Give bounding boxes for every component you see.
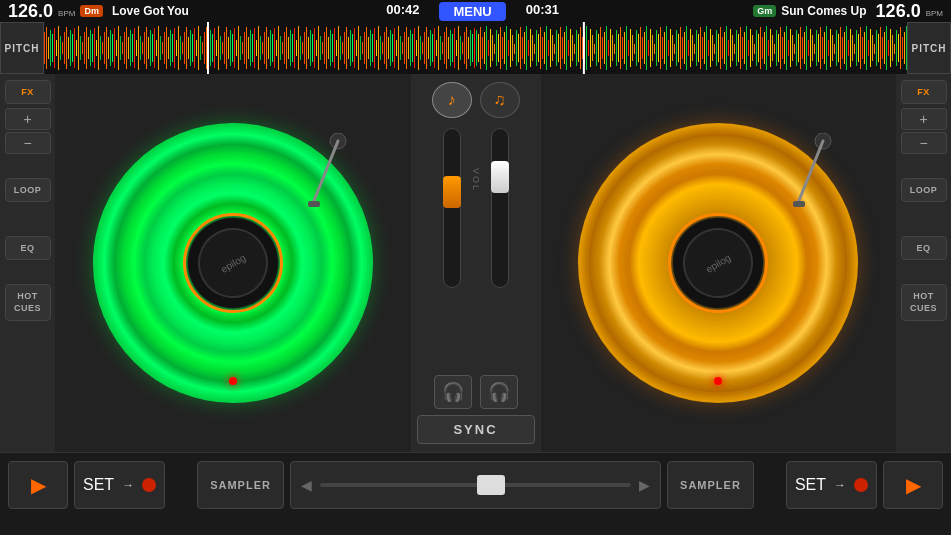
left-arrow-icon: → [122,478,134,492]
right-turntable-container[interactable]: epilog [578,123,858,403]
left-minus-btn[interactable]: − [5,132,51,154]
right-play-button[interactable]: ▶ [883,461,943,509]
right-sidebar: FX + − LOOP EQ HOT CUES [896,74,951,452]
right-set-dot [854,478,868,492]
right-plus-minus: + − [901,108,947,154]
left-deck-icon[interactable]: ♪ [432,82,472,118]
left-loop-button[interactable]: LOOP [5,178,51,202]
right-channel-fader[interactable] [491,128,509,288]
left-hotcues-button[interactable]: HOT CUES [5,284,51,321]
vol-label: VOL [471,168,481,192]
left-channel-fader[interactable] [443,128,461,288]
right-set-group[interactable]: SET → [786,461,877,509]
svg-rect-10 [44,22,476,74]
vol-label-col: VOL [471,128,481,192]
right-deck: epilog [541,74,897,452]
left-plus-minus: + − [5,108,51,154]
right-set-label: SET [795,476,826,494]
top-bar: 126.0 BPM Dm Love Got You 00:42 MENU 00:… [0,0,951,22]
left-time: 00:42 [386,2,419,21]
crossfader-thumb[interactable] [477,475,505,495]
crossfader-track [320,483,631,487]
left-bpm: 126.0 [8,2,53,20]
left-set-dot [142,478,156,492]
left-set-group[interactable]: SET → [74,461,165,509]
left-headphone-btn[interactable]: 🎧 [434,375,472,409]
headphone-row: 🎧 🎧 [434,375,518,409]
right-eq-button[interactable]: EQ [901,236,947,260]
left-eq-button[interactable]: EQ [5,236,51,260]
menu-button[interactable]: MENU [439,2,505,21]
cf-left-arrow[interactable]: ◀ [301,477,312,493]
deck-area: FX + − LOOP EQ HOT CUES [0,74,951,452]
right-time: 00:31 [526,2,559,21]
left-fader-col [443,128,461,288]
right-plus-btn[interactable]: + [901,108,947,130]
deck-icons: ♪ ♫ [432,82,520,118]
right-fader-thumb[interactable] [491,161,509,193]
faders-row: VOL [443,128,509,369]
right-turntable-label: epilog [673,218,763,308]
right-bpm: 126.0 [876,2,921,20]
right-waveform [476,22,908,74]
right-headphone-btn[interactable]: 🎧 [480,375,518,409]
left-pitch-button[interactable]: PITCH [0,22,44,74]
right-key-badge: Gm [753,5,776,17]
right-arrow-icon: → [834,478,846,492]
right-red-dot [714,377,722,385]
left-play-button[interactable]: ▶ [8,461,68,509]
right-deck-icon[interactable]: ♫ [480,82,520,118]
left-plus-btn[interactable]: + [5,108,51,130]
left-turntable-label: epilog [188,218,278,308]
right-track-name: Sun Comes Up [781,4,866,18]
sync-button[interactable]: SYNC [417,415,535,444]
right-waveform-svg [476,22,908,74]
right-fader-col [491,128,509,288]
right-pitch-button[interactable]: PITCH [907,22,951,74]
left-turntable-container[interactable]: epilog [93,123,373,403]
right-minus-btn[interactable]: − [901,132,947,154]
crossfader-area: ◀ ▶ [290,461,661,509]
bottom-bar: ▶ SET → SAMPLER ◀ ▶ SAMPLER SET → ▶ [0,452,951,516]
right-fx-button[interactable]: FX [901,80,947,104]
right-loop-button[interactable]: LOOP [901,178,947,202]
left-red-dot [229,377,237,385]
left-track-name: Love Got You [112,4,189,18]
left-deck: epilog [55,74,411,452]
waveform-section: PITCH [0,22,951,74]
left-bpm-unit: BPM [58,9,75,18]
left-waveform [44,22,476,74]
right-sampler-button[interactable]: SAMPLER [667,461,754,509]
left-sidebar: FX + − LOOP EQ HOT CUES [0,74,55,452]
svg-rect-22 [476,22,908,74]
left-waveform-svg [44,22,476,74]
left-sampler-button[interactable]: SAMPLER [197,461,284,509]
cf-right-arrow[interactable]: ▶ [639,477,650,493]
left-key-badge: Dm [80,5,103,17]
left-fx-button[interactable]: FX [5,80,51,104]
right-bpm-unit: BPM [926,9,943,18]
mixer: ♪ ♫ VOL 🎧 🎧 [411,74,541,452]
left-fader-thumb[interactable] [443,176,461,208]
right-hotcues-button[interactable]: HOT CUES [901,284,947,321]
left-set-label: SET [83,476,114,494]
